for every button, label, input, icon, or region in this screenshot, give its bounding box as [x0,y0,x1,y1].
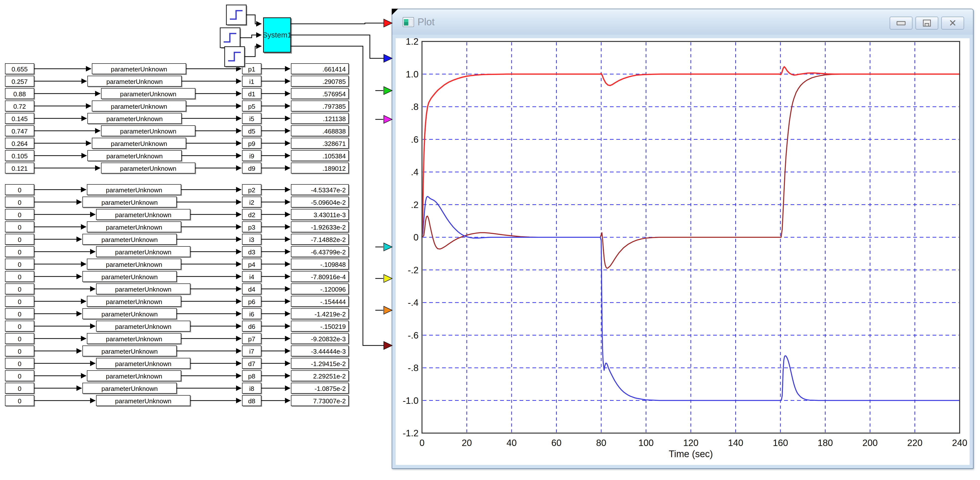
display-block[interactable]: .797385 [291,100,349,111]
gain-block[interactable]: parameterUnknown [96,246,190,257]
display-block[interactable]: -.154444 [291,296,349,307]
gain-block[interactable]: parameterUnknown [83,308,177,319]
display-block[interactable]: .576954 [291,88,349,99]
param-label-block[interactable]: p5 [242,100,261,111]
constant-block[interactable]: 0 [5,184,34,195]
constant-block[interactable]: 0 [5,395,34,406]
gain-block[interactable]: parameterUnknown [88,150,182,161]
param-label-block[interactable]: d2 [242,209,261,220]
display-block[interactable]: -1.92633e-2 [291,221,349,232]
param-label-block[interactable]: i8 [242,383,261,394]
display-block[interactable]: -3.44444e-3 [291,345,349,356]
param-label-block[interactable]: i9 [242,150,261,161]
display-block[interactable]: -1.0875e-2 [291,383,349,394]
param-label-block[interactable]: p8 [242,370,261,381]
close-button[interactable]: ✕ [941,17,964,30]
display-block[interactable]: -1.29415e-2 [291,358,349,369]
gain-block[interactable]: parameterUnknown [92,63,186,74]
param-label-block[interactable]: i2 [242,197,261,208]
display-block[interactable]: .468838 [291,126,349,136]
constant-block[interactable]: 0 [5,234,34,245]
display-block[interactable]: -4.53347e-2 [291,184,349,195]
display-block[interactable]: -.109848 [291,259,349,270]
gain-block[interactable]: parameterUnknown [83,383,177,394]
gain-block[interactable]: parameterUnknown [88,113,182,124]
param-label-block[interactable]: p1 [242,63,261,74]
display-block[interactable]: -.120096 [291,283,349,294]
display-block[interactable]: 2.29251e-2 [291,370,349,381]
display-block[interactable]: -9.20832e-3 [291,333,349,344]
gain-block[interactable]: parameterUnknown [87,296,181,307]
constant-block[interactable]: 0 [5,221,34,232]
display-block[interactable]: -7.14882e-2 [291,234,349,245]
display-block[interactable]: .121138 [291,113,349,124]
step-source-2[interactable] [220,28,240,48]
constant-block[interactable]: 0.105 [5,150,34,161]
gain-block[interactable]: parameterUnknown [83,271,177,282]
restore-button[interactable] [915,17,938,30]
gain-block[interactable]: parameterUnknown [96,209,190,220]
constant-block[interactable]: 0 [5,370,34,381]
display-block[interactable]: .328671 [291,138,349,149]
constant-block[interactable]: 0.121 [5,162,34,173]
gain-block[interactable]: parameterUnknown [88,76,182,87]
param-label-block[interactable]: d9 [242,162,261,173]
gain-block[interactable]: parameterUnknown [101,162,196,173]
display-block[interactable]: -.150219 [291,321,349,332]
constant-block[interactable]: 0.257 [5,76,34,87]
constant-block[interactable]: 0.72 [5,100,34,111]
system1-block[interactable]: System1 [263,17,291,52]
gain-block[interactable]: parameterUnknown [92,138,186,149]
param-label-block[interactable]: i3 [242,234,261,245]
gain-block[interactable]: parameterUnknown [87,259,181,270]
param-label-block[interactable]: d8 [242,395,261,406]
param-label-block[interactable]: i6 [242,308,261,319]
constant-block[interactable]: 0 [5,345,34,356]
constant-block[interactable]: 0 [5,358,34,369]
display-block[interactable]: .661414 [291,63,349,74]
constant-block[interactable]: 0.747 [5,126,34,136]
gain-block[interactable]: parameterUnknown [83,345,177,356]
gain-block[interactable]: parameterUnknown [87,370,181,381]
constant-block[interactable]: 0.145 [5,113,34,124]
param-label-block[interactable]: p7 [242,333,261,344]
display-block[interactable]: -7.80916e-4 [291,271,349,282]
param-label-block[interactable]: p3 [242,221,261,232]
constant-block[interactable]: 0 [5,209,34,220]
param-label-block[interactable]: d5 [242,126,261,136]
param-label-block[interactable]: p9 [242,138,261,149]
gain-block[interactable]: parameterUnknown [87,333,181,344]
gain-block[interactable]: parameterUnknown [96,395,190,406]
constant-block[interactable]: 0.88 [5,88,34,99]
display-block[interactable]: .105384 [291,150,349,161]
constant-block[interactable]: 0 [5,308,34,319]
param-label-block[interactable]: i5 [242,113,261,124]
gain-block[interactable]: parameterUnknown [96,283,190,294]
constant-block[interactable]: 0 [5,197,34,208]
param-label-block[interactable]: p6 [242,296,261,307]
display-block[interactable]: .290785 [291,76,349,87]
display-block[interactable]: 7.73007e-2 [291,395,349,406]
gain-block[interactable]: parameterUnknown [101,88,196,99]
param-label-block[interactable]: d3 [242,246,261,257]
gain-block[interactable]: parameterUnknown [87,221,181,232]
display-block[interactable]: .189012 [291,162,349,173]
param-label-block[interactable]: d6 [242,321,261,332]
gain-block[interactable]: parameterUnknown [92,100,186,111]
param-label-block[interactable]: d1 [242,88,261,99]
param-label-block[interactable]: i7 [242,345,261,356]
gain-block[interactable]: parameterUnknown [83,234,177,245]
constant-block[interactable]: 0.264 [5,138,34,149]
constant-block[interactable]: 0 [5,296,34,307]
constant-block[interactable]: 0 [5,246,34,257]
display-block[interactable]: 3.43011e-3 [291,209,349,220]
constant-block[interactable]: 0 [5,271,34,282]
gain-block[interactable]: parameterUnknown [96,321,190,332]
constant-block[interactable]: 0 [5,259,34,270]
step-source-3[interactable] [224,47,245,67]
param-label-block[interactable]: p4 [242,259,261,270]
param-label-block[interactable]: d7 [242,358,261,369]
param-label-block[interactable]: p2 [242,184,261,195]
display-block[interactable]: -1.4219e-2 [291,308,349,319]
gain-block[interactable]: parameterUnknown [83,197,177,208]
